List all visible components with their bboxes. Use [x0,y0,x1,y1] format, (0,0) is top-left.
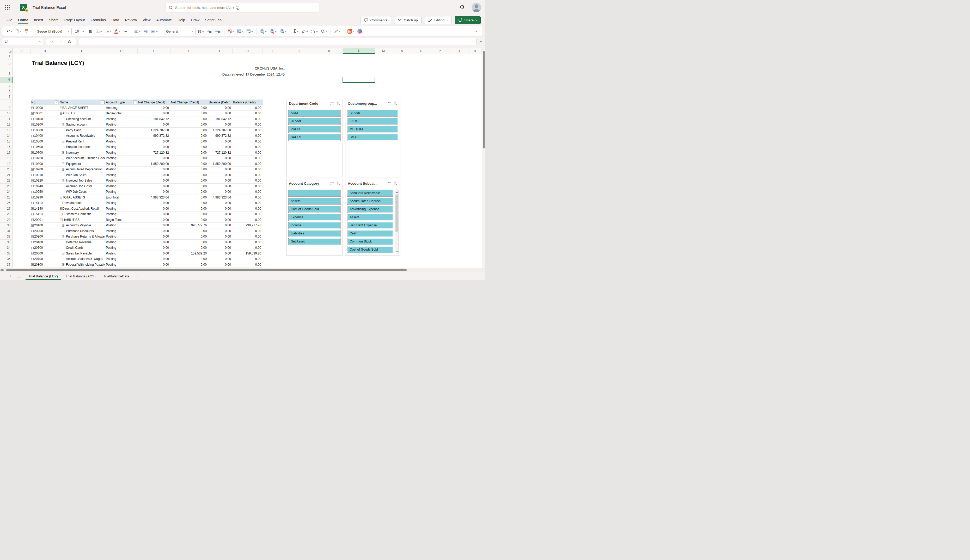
row-header-13[interactable]: 13 [0,128,13,133]
table-row[interactable]: 20300Purchase Returns & AllowancesPostin… [31,234,263,240]
outline-collapse-icon[interactable] [62,118,64,120]
cell-name[interactable]: Checking account [59,117,105,122]
cell-bd[interactable]: 0.00 [208,139,232,144]
row-header-29[interactable]: 29 [0,217,13,223]
cell-no[interactable]: 20800 [31,262,59,267]
cell-ncd[interactable]: 0.00 [138,245,171,250]
cell-ncd[interactable]: 0.00 [138,206,171,212]
cell-bd[interactable]: 0.00 [208,189,232,195]
vertical-scrollbar[interactable] [482,48,485,268]
table-row[interactable]: 20400Deferred RevenuePosting0.000.000.00… [31,240,263,245]
cell-bd[interactable]: 0.00 [208,251,232,256]
cell-account-type[interactable]: Posting [105,206,138,212]
row-header-28[interactable]: 28 [0,212,13,217]
search-bar[interactable] [166,3,319,12]
cell-bc[interactable]: 0.00 [232,172,263,178]
outline-collapse-icon[interactable] [62,263,64,266]
cell-bc[interactable]: 0.00 [232,178,263,183]
cell-no[interactable]: 10100 [31,117,59,122]
cell-no[interactable]: 20400 [31,240,59,245]
row-header-17[interactable]: 17 [0,150,13,156]
table-row[interactable]: 10400Accounts ReceivablePosting990,372.3… [31,133,263,139]
cell-ncc[interactable]: 0.00 [171,133,208,138]
table-row[interactable]: 20600Sales Tax PayablePosting0.00159,539… [31,251,263,257]
outline-collapse-icon[interactable] [31,112,33,115]
outline-collapse-icon[interactable] [31,174,33,176]
column-header-B[interactable]: B [31,48,59,54]
cell-bc[interactable]: 0.00 [232,128,263,133]
outline-collapse-icon[interactable] [62,129,64,131]
search-input[interactable] [175,6,316,10]
slicer-item[interactable]: LARGE [347,118,398,125]
slicer-item[interactable]: Liabilities [288,230,341,237]
cell-ncc[interactable]: 0.00 [171,122,208,127]
table-row[interactable]: 20500Credit CardsPosting0.000.000.000.00 [31,245,263,251]
cell-bc[interactable]: 159,539.20 [232,251,263,256]
slicer-item[interactable]: Advertising Expense [347,206,393,213]
cell-no[interactable]: 14140 [31,206,59,212]
table-row[interactable]: 20001LIABILITIESBegin-Total0.000.000.000… [31,217,263,223]
row-header-16[interactable]: 16 [0,144,13,150]
outline-collapse-icon[interactable] [62,230,64,232]
column-header-M[interactable]: M [375,48,392,54]
slicer-item[interactable]: Accounts Receivable [347,190,393,197]
menu-formulas[interactable]: Formulas [88,15,109,25]
table-header-1[interactable]: Name [59,100,105,105]
clear-filter-icon[interactable] [393,102,398,105]
table-header-3[interactable]: Net Change (Debit) [138,100,171,105]
cell-bc[interactable]: 0.00 [232,111,263,116]
cell-ncd[interactable]: 0.00 [138,251,171,256]
table-row[interactable]: 10700InventoryPosting727,120.320.00727,1… [31,150,263,156]
cell-bd[interactable]: 0.00 [208,122,232,127]
cell-no[interactable]: 10001 [31,111,59,116]
formula-bar-expand-icon[interactable] [480,40,482,42]
account-avatar[interactable] [472,3,481,12]
cell-bd[interactable]: 0.00 [208,212,232,217]
cell-no[interactable]: 10990 [31,195,59,200]
cell-account-type[interactable]: Posting [105,155,138,161]
cell-ncd[interactable]: 0.00 [138,189,171,195]
cell-no[interactable]: 15110 [31,212,59,217]
cell-bd[interactable]: 0.00 [208,256,232,262]
cell-ncc[interactable]: 0.00 [171,111,208,116]
format-cells-button[interactable] [279,27,288,35]
cell-ncd[interactable]: 990,372.32 [138,133,171,138]
table-row[interactable]: 20800Federal Withholding PayablePosting0… [31,262,263,268]
outline-collapse-icon[interactable] [31,151,33,154]
table-row[interactable]: 10910WIP Job SalesPosting0.000.000.000.0… [31,172,263,178]
cell-account-type[interactable]: Posting [105,240,138,245]
menu-script-lab[interactable]: Script Lab [202,15,224,25]
slicer-item[interactable]: SALES [288,134,341,141]
row-header-2[interactable]: 2 [0,58,13,70]
outline-collapse-icon[interactable] [31,241,33,243]
cell-account-type[interactable]: Posting [105,234,138,239]
outline-collapse-icon[interactable] [62,140,64,142]
cell-ncc[interactable]: 0.00 [171,144,208,150]
cell-ncc[interactable]: 159,539.20 [171,251,208,256]
outline-collapse-icon[interactable] [31,235,33,238]
sheet-tab-trialbalancedata[interactable]: TrialBalanceData [99,272,133,280]
cell-bd[interactable]: 0.00 [208,200,232,206]
cell-account-type[interactable]: Heading [105,105,138,111]
cell-ncd[interactable]: 0.00 [138,240,171,245]
cell-bc[interactable]: 0.00 [232,105,263,111]
cell-name[interactable]: Invoiced Job Sales [59,178,105,183]
menu-view[interactable]: View [140,15,153,25]
row-header-25[interactable]: 25 [0,195,13,200]
table-row[interactable]: 10900Accumulated DepreciationPosting0.00… [31,167,263,172]
cell-ncc[interactable]: 0.00 [171,117,208,122]
cell-ncd[interactable]: 1,859,200.00 [138,161,171,167]
cell-account-type[interactable]: Posting [105,139,138,144]
table-row[interactable]: 10990TOTAL ASSETSEnd-Total4,983,323.040.… [31,195,263,200]
cell-no[interactable]: 10400 [31,133,59,138]
row-header-27[interactable]: 27 [0,206,13,212]
cell-bd[interactable]: 0.00 [208,245,232,250]
column-header-N[interactable]: N [392,48,412,54]
cell-ncd[interactable]: 0.00 [138,167,171,172]
cell-no[interactable]: 10700 [31,150,59,155]
cell-account-type[interactable]: Posting [105,189,138,195]
outline-collapse-icon[interactable] [31,146,33,148]
menu-share[interactable]: Share [46,15,61,25]
clear-filter-icon[interactable] [393,182,398,185]
horizontal-scrollbar-thumb[interactable] [6,269,406,271]
